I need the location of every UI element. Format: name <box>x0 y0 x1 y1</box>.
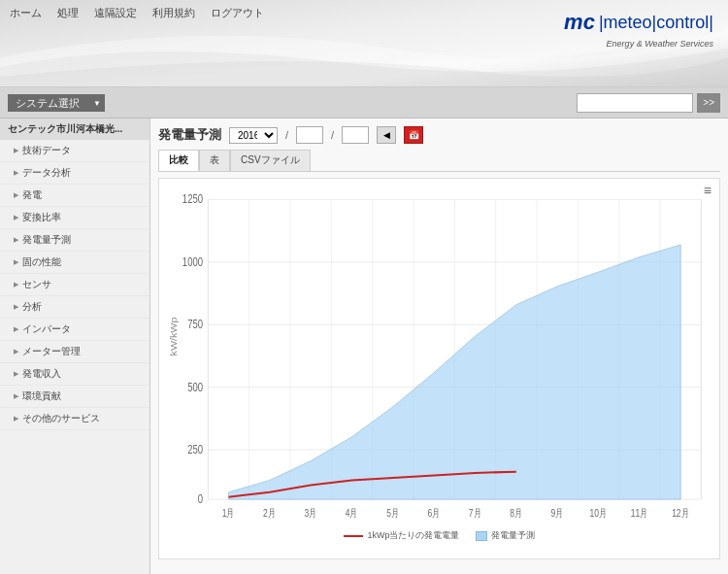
tab-csv[interactable]: CSVファイル <box>230 150 311 171</box>
nav-bar: ホーム 処理 遠隔設定 利用規約 ログアウト <box>10 6 264 20</box>
sidebar-item-power-income[interactable]: 発電収入 <box>0 363 149 386</box>
tab-table[interactable]: 表 <box>199 150 230 171</box>
nav-process[interactable]: 処理 <box>57 6 79 20</box>
nav-remote-settings[interactable]: 遠隔設定 <box>94 6 137 20</box>
month1-input[interactable] <box>296 126 323 144</box>
svg-text:1月: 1月 <box>222 507 235 519</box>
svg-text:kW/kWp: kW/kWp <box>169 318 179 356</box>
legend-label-actual: 1kWp当たりの発電電量 <box>367 529 459 542</box>
svg-text:750: 750 <box>187 318 203 330</box>
slash2: / <box>331 129 334 141</box>
search-input[interactable] <box>577 93 693 113</box>
sidebar-item-performance[interactable]: 固の性能 <box>0 252 149 274</box>
sidebar: センテック市川河本橋光... 技術データ データ分析 発電 変換比率 発電量予測… <box>0 118 150 574</box>
system-select-wrap: システム選択 <box>8 94 105 112</box>
sidebar-item-forecast[interactable]: 発電量予測 <box>0 229 149 252</box>
nav-logout[interactable]: ログアウト <box>211 6 264 20</box>
legend-label-forecast: 発電量予測 <box>491 529 535 542</box>
svg-text:10月: 10月 <box>589 507 607 519</box>
svg-text:6月: 6月 <box>427 507 440 519</box>
svg-text:2月: 2月 <box>263 507 276 519</box>
nav-terms[interactable]: 利用規約 <box>152 6 195 20</box>
legend-item-actual: 1kWp当たりの発電電量 <box>344 529 459 542</box>
search-area: >> <box>577 93 720 113</box>
logo: mc |meteo|control| <box>564 10 713 35</box>
chart-svg-wrap: 1250 1000 750 500 250 0 kW/kWp <box>167 186 711 525</box>
sidebar-item-inverter[interactable]: インバータ <box>0 319 149 341</box>
main-layout: センテック市川河本橋光... 技術データ データ分析 発電 変換比率 発電量予測… <box>0 118 728 574</box>
chart-menu-icon[interactable]: ≡ <box>704 183 711 198</box>
month2-input[interactable] <box>342 126 369 144</box>
chart-legend: 1kWp当たりの発電電量 発電量予測 <box>167 529 711 542</box>
sidebar-item-analysis[interactable]: 分析 <box>0 296 149 319</box>
svg-text:12月: 12月 <box>672 507 689 519</box>
sidebar-item-meter[interactable]: メーター管理 <box>0 341 149 363</box>
sidebar-item-environment[interactable]: 環境貢献 <box>0 386 149 408</box>
sidebar-item-sensor[interactable]: センサ <box>0 274 149 296</box>
legend-item-forecast: 発電量予測 <box>476 529 535 542</box>
logo-sub: Energy & Weather Services <box>607 39 713 49</box>
sidebar-item-power-gen[interactable]: 発電 <box>0 185 149 207</box>
chart-container: ≡ <box>158 178 720 559</box>
slash1: / <box>285 129 288 141</box>
system-select[interactable]: システム選択 <box>8 94 105 112</box>
svg-text:8月: 8月 <box>510 507 522 519</box>
system-bar: システム選択 >> <box>0 87 728 118</box>
content-area: 発電量予測 2016 / / ◀ 📅 比較 表 CSVファイル ≡ <box>150 118 728 574</box>
svg-text:5月: 5月 <box>386 507 399 519</box>
svg-text:1000: 1000 <box>182 255 203 268</box>
svg-text:1250: 1250 <box>182 192 203 205</box>
content-header: 発電量予測 2016 / / ◀ 📅 <box>158 126 720 144</box>
svg-text:7月: 7月 <box>469 507 481 519</box>
sidebar-selected-label: センテック市川河本橋光... <box>0 118 149 140</box>
content-title: 発電量予測 <box>158 126 221 144</box>
nav-home[interactable]: ホーム <box>10 6 42 20</box>
sidebar-item-other-services[interactable]: その他のサービス <box>0 408 149 430</box>
search-button[interactable]: >> <box>697 93 720 113</box>
svg-text:0: 0 <box>198 492 203 505</box>
svg-text:11月: 11月 <box>631 507 648 519</box>
logo-brand: |meteo|control| <box>599 13 713 33</box>
svg-text:250: 250 <box>187 443 203 456</box>
year-select[interactable]: 2016 <box>229 127 278 144</box>
sidebar-item-tech-data[interactable]: 技術データ <box>0 140 149 162</box>
tabs: 比較 表 CSVファイル <box>158 150 720 172</box>
legend-rect-blue <box>476 531 487 541</box>
svg-text:500: 500 <box>187 381 203 393</box>
svg-text:9月: 9月 <box>550 507 563 519</box>
prev-btn[interactable]: ◀ <box>377 126 396 144</box>
svg-text:4月: 4月 <box>346 507 358 519</box>
legend-line-red <box>344 535 363 537</box>
calendar-btn[interactable]: 📅 <box>404 126 423 144</box>
tab-compare[interactable]: 比較 <box>158 150 199 171</box>
sidebar-item-data-analysis[interactable]: データ分析 <box>0 162 149 185</box>
header: ホーム 処理 遠隔設定 利用規約 ログアウト mc |meteo|control… <box>0 0 728 87</box>
svg-text:3月: 3月 <box>304 507 316 519</box>
sidebar-item-conversion-ratio[interactable]: 変換比率 <box>0 207 149 229</box>
logo-mc: mc <box>564 10 595 35</box>
